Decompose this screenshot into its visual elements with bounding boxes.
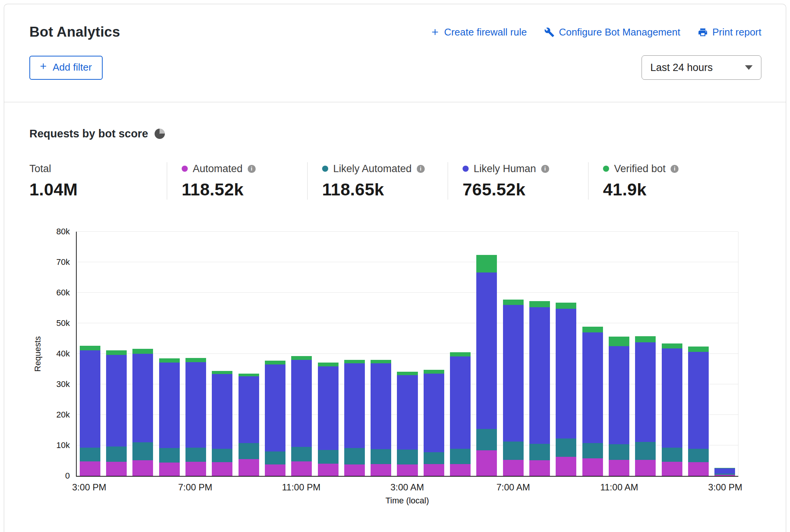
- bar-segment-verified-bot: [132, 349, 153, 354]
- stat-total: Total 1.04M: [29, 162, 167, 200]
- bar-segment-likely-human: [80, 350, 100, 447]
- bar-segment-likely-human: [397, 375, 418, 450]
- bar-segment-automated: [159, 463, 180, 476]
- time-range-select[interactable]: Last 24 hours: [642, 55, 761, 80]
- bar[interactable]: [371, 360, 391, 476]
- stat-total-value: 1.04M: [29, 180, 167, 200]
- page-title: Bot Analytics: [29, 24, 120, 40]
- bar-segment-likely-human: [106, 355, 127, 447]
- bar[interactable]: [265, 361, 285, 476]
- bar[interactable]: [132, 349, 153, 476]
- stat-likely-human-value: 765.52k: [463, 180, 588, 200]
- info-icon[interactable]: i: [248, 165, 256, 173]
- print-report-link[interactable]: Print report: [698, 26, 761, 38]
- bar[interactable]: [318, 363, 339, 476]
- bar-segment-automated: [265, 464, 285, 476]
- bar-segment-automated: [688, 462, 709, 476]
- stat-likely-human[interactable]: Likely Human i 765.52k: [448, 162, 588, 200]
- plus-icon: [430, 27, 440, 37]
- bot-analytics-card: Bot Analytics Create firewall rule Confi…: [4, 4, 786, 532]
- add-filter-button[interactable]: Add filter: [29, 56, 103, 80]
- bar-segment-verified-bot: [318, 363, 339, 366]
- bar-segment-likely-automated: [80, 448, 100, 461]
- bar-segment-likely-human: [212, 374, 232, 449]
- bar[interactable]: [450, 352, 471, 476]
- stat-verified-bot[interactable]: Verified bot i 41.9k: [588, 162, 729, 200]
- info-icon[interactable]: i: [417, 165, 425, 173]
- plot-area: [76, 232, 738, 477]
- bar[interactable]: [212, 371, 232, 476]
- bar[interactable]: [397, 372, 418, 476]
- y-tick-label: 30k: [56, 379, 70, 389]
- y-tick-label: 60k: [56, 288, 70, 298]
- header: Bot Analytics Create firewall rule Confi…: [4, 4, 786, 102]
- bar-segment-likely-automated: [265, 451, 285, 464]
- bar-segment-likely-automated: [582, 443, 603, 458]
- bar-segment-verified-bot: [212, 371, 232, 374]
- content: Requests by bot score Total 1.04M Automa…: [4, 102, 786, 506]
- gridline: [77, 292, 738, 293]
- bar-segment-likely-human: [318, 366, 339, 450]
- stat-verified-bot-label: Verified bot: [614, 163, 666, 175]
- likely-automated-dot-icon: [322, 166, 328, 172]
- bar-segment-automated: [609, 460, 629, 476]
- bar-segment-likely-human: [344, 363, 365, 448]
- bar-segment-automated: [212, 462, 232, 476]
- bar-segment-likely-human: [424, 374, 444, 452]
- likely-human-dot-icon: [463, 166, 469, 172]
- bar[interactable]: [635, 336, 656, 476]
- stat-automated[interactable]: Automated i 118.52k: [167, 162, 307, 200]
- bar-segment-likely-automated: [529, 444, 550, 460]
- bar[interactable]: [239, 374, 259, 476]
- bar-segment-likely-automated: [344, 448, 365, 464]
- bar[interactable]: [714, 468, 735, 476]
- bar-segment-verified-bot: [529, 301, 550, 307]
- stat-likely-automated[interactable]: Likely Automated i 118.65k: [307, 162, 448, 200]
- x-axis-tick-labels: 3:00 PM7:00 PM11:00 PM3:00 AM7:00 AM11:0…: [76, 477, 738, 495]
- bar-segment-verified-bot: [609, 337, 629, 346]
- bar[interactable]: [662, 343, 682, 476]
- bar-segment-verified-bot: [371, 360, 391, 363]
- bar[interactable]: [106, 350, 127, 476]
- bar[interactable]: [185, 358, 206, 476]
- bar-segment-likely-human: [635, 342, 656, 442]
- bar-segment-likely-automated: [239, 443, 259, 459]
- bar[interactable]: [688, 347, 709, 476]
- bar-segment-verified-bot: [185, 358, 206, 362]
- bar-segment-likely-human: [529, 307, 550, 444]
- stat-likely-automated-value: 118.65k: [322, 180, 448, 200]
- bar[interactable]: [344, 360, 365, 476]
- info-icon[interactable]: i: [541, 165, 549, 173]
- x-axis-title: Time (local): [76, 495, 738, 506]
- configure-bot-management-label: Configure Bot Management: [559, 26, 680, 38]
- bar-segment-automated: [450, 464, 471, 476]
- configure-bot-management-link[interactable]: Configure Bot Management: [544, 26, 680, 38]
- bar[interactable]: [556, 303, 576, 476]
- header-actions: Create firewall rule Configure Bot Manag…: [430, 26, 761, 38]
- bar[interactable]: [609, 337, 629, 476]
- bar[interactable]: [424, 370, 444, 476]
- bar[interactable]: [529, 301, 550, 476]
- bar[interactable]: [503, 300, 524, 476]
- bar-segment-likely-automated: [371, 449, 391, 464]
- info-icon[interactable]: i: [671, 165, 679, 173]
- bar-segment-verified-bot: [662, 343, 682, 349]
- bar-segment-automated: [503, 460, 524, 476]
- bar-segment-automated: [635, 460, 656, 476]
- bar-segment-verified-bot: [688, 347, 709, 352]
- y-tick-label: 80k: [56, 227, 70, 237]
- bar-segment-likely-automated: [318, 450, 339, 464]
- bar-segment-verified-bot: [80, 346, 100, 350]
- bar[interactable]: [582, 327, 603, 476]
- bar-segment-likely-automated: [185, 448, 206, 462]
- bar[interactable]: [291, 356, 312, 476]
- bar-segment-automated: [582, 458, 603, 476]
- bar-segment-likely-human: [582, 332, 603, 443]
- bar[interactable]: [476, 255, 497, 476]
- bar-segment-automated: [132, 460, 153, 476]
- bar-segment-verified-bot: [582, 327, 603, 332]
- bar-segment-likely-human: [556, 309, 576, 438]
- create-firewall-rule-link[interactable]: Create firewall rule: [430, 26, 527, 38]
- bar[interactable]: [80, 346, 100, 476]
- bar[interactable]: [159, 358, 180, 476]
